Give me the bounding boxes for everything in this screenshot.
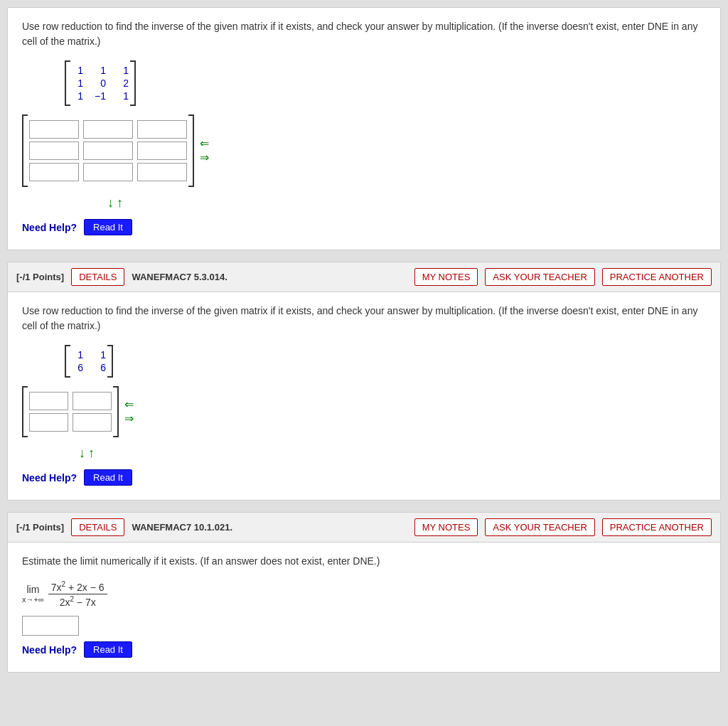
problem-code-3: WANEFMAC7 10.1.021. [132,522,407,533]
problem-card-3: [-/1 Points] DETAILS WANEFMAC7 10.1.021.… [7,512,721,673]
details-button-2[interactable]: DETAILS [71,268,124,286]
page-wrapper: Use row reduction to find the inverse of… [0,0,728,680]
need-help-2: Need Help? Read It [22,469,706,486]
arrow-right-card2-2: ⇒ [124,413,134,425]
input-r2c1-card2[interactable] [29,413,68,432]
sort-arrows-2: ↓ ↑ [79,446,706,461]
need-help-label-3: Need Help? [22,644,77,656]
fraction: 7x2 + 2x − 6 2x2 − 7x [48,580,107,607]
down-arrow-2: ↓ [79,446,85,461]
points-label-3: [-/1 Points] [16,522,64,533]
read-it-button-3[interactable]: Read It [84,641,132,658]
problem-body-3: Estimate the limit numerically if it exi… [8,543,720,672]
problem-header-3: [-/1 Points] DETAILS WANEFMAC7 10.1.021.… [8,513,720,543]
read-it-button-2[interactable]: Read It [84,469,132,486]
problem-card-2: [-/1 Points] DETAILS WANEFMAC7 5.3.014. … [7,262,721,501]
lim-block: lim x→+∞ [22,584,44,604]
input-r3c1-card1[interactable] [29,163,79,181]
limit-answer-input[interactable] [22,616,79,636]
input-r3c3-card1[interactable] [137,163,187,181]
problem-body-2: Use row reduction to find the inverse of… [8,292,720,500]
ask-teacher-button-2[interactable]: ASK YOUR TEACHER [485,268,594,286]
problem-text-3: Estimate the limit numerically if it exi… [22,554,706,569]
arrow-right-1: ⇐ [200,138,209,149]
practice-another-button-2[interactable]: PRACTICE ANOTHER [602,268,712,286]
need-help-label-2: Need Help? [22,472,77,484]
lim-word: lim [26,584,39,595]
points-label-2: [-/1 Points] [16,272,64,282]
given-matrix-2: 1 1 6 6 [65,345,706,378]
problem-card-1: Use row reduction to find the inverse of… [7,7,721,250]
given-matrix-1: 1 1 1 1 0 2 1 −1 1 [65,60,706,106]
lim-sub: x→+∞ [22,595,44,604]
input-r1c2-card2[interactable] [73,392,112,410]
input-r1c3-card1[interactable] [137,120,187,139]
up-arrow-1: ↑ [117,196,123,210]
input-r1c1-card1[interactable] [29,120,79,139]
input-r2c2-card1[interactable] [83,142,133,160]
details-button-3[interactable]: DETAILS [71,518,124,536]
fraction-denominator: 2x2 − 7x [57,594,99,608]
input-r1c2-card1[interactable] [83,120,133,139]
need-help-3: Need Help? Read It [22,641,706,658]
arrow-right-card2-1: ⇐ [124,399,134,410]
my-notes-button-3[interactable]: MY NOTES [414,518,478,536]
ask-teacher-button-3[interactable]: ASK YOUR TEACHER [485,518,594,536]
input-r2c1-card1[interactable] [29,142,79,160]
need-help-label-1: Need Help? [22,222,77,233]
my-notes-button-2[interactable]: MY NOTES [414,268,478,286]
input-r2c2-card2[interactable] [73,413,112,432]
input-r3c2-card1[interactable] [83,163,133,181]
input-matrix-2: ⇐ ⇒ [22,386,706,437]
problem-header-2: [-/1 Points] DETAILS WANEFMAC7 5.3.014. … [8,262,720,292]
practice-another-button-3[interactable]: PRACTICE ANOTHER [602,518,712,536]
up-arrow-2: ↑ [88,446,95,461]
read-it-button-1[interactable]: Read It [84,219,132,235]
input-matrix-1: ⇐ ⇒ [22,114,706,187]
sort-arrows-1: ↓ ↑ [107,196,706,210]
problem-text-2: Use row reduction to find the inverse of… [22,304,706,333]
fraction-numerator: 7x2 + 2x − 6 [48,580,107,594]
problem-code-2: WANEFMAC7 5.3.014. [132,272,407,282]
problem-text-1: Use row reduction to find the inverse of… [22,19,706,49]
need-help-1: Need Help? Read It [22,219,706,235]
input-r1c1-card2[interactable] [29,392,68,410]
arrow-right-2: ⇒ [200,152,209,164]
input-r2c3-card1[interactable] [137,142,187,160]
down-arrow-1: ↓ [107,196,114,210]
limit-expression: lim x→+∞ 7x2 + 2x − 6 2x2 − 7x [22,580,706,607]
